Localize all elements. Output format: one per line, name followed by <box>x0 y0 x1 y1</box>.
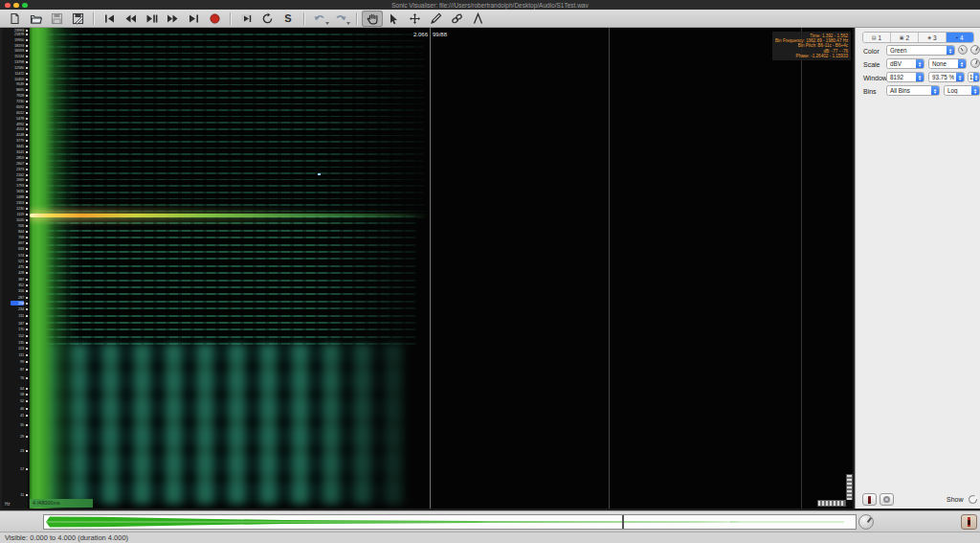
loop-playback-button[interactable] <box>256 11 278 27</box>
freq-tick-label: 844 <box>2 229 24 234</box>
freq-tick-mark <box>26 208 29 210</box>
freq-tick-mark <box>26 118 29 120</box>
color-gain-knob[interactable] <box>958 45 968 55</box>
undo-button[interactable] <box>309 11 330 27</box>
window-overlap-select[interactable]: 93.75 % ▲▼ <box>928 72 965 82</box>
bin-info-overlay: Time: 1.392 - 1.562Bin Frequency: 1962.8… <box>772 32 851 60</box>
freq-tick-label: 15134 <box>2 54 24 58</box>
bin-scale-select[interactable]: Log ▲▼ <box>944 85 980 96</box>
pane-tab-3[interactable]: ◈3 <box>919 33 947 42</box>
solo-playback-button[interactable]: S <box>278 11 299 27</box>
freq-tick-mark <box>26 124 29 125</box>
fast-forward-button[interactable] <box>162 11 183 27</box>
stepper-arrows-icon[interactable]: ▲▼ <box>956 73 964 81</box>
stepper-arrows-icon[interactable]: ▲▼ <box>916 59 924 68</box>
freq-tick-mark <box>26 323 29 325</box>
freq-tick-mark <box>26 231 29 233</box>
stepper-arrows-icon[interactable]: ▲▼ <box>973 73 979 81</box>
playback-cursor-line[interactable] <box>430 28 431 509</box>
save-session-as-button[interactable] <box>67 11 88 27</box>
freq-tick-mark <box>26 140 29 142</box>
main-toolbar: S <box>0 10 980 28</box>
rewind-to-start-button[interactable] <box>99 11 120 27</box>
constrain-playback-to-selection-button[interactable] <box>235 11 256 27</box>
freq-tick-mark <box>26 290 29 292</box>
freq-tick-mark <box>26 134 29 136</box>
spectrogram-pane[interactable]: 2.066 99/88 Time: 1.392 - 1.562Bin Frequ… <box>30 28 853 509</box>
color-select[interactable]: Green ▲▼ <box>886 45 955 56</box>
stepper-arrows-icon[interactable]: ▲▼ <box>971 86 979 95</box>
toolbar-separator <box>230 12 231 25</box>
stepper-arrows-icon[interactable]: ▲▼ <box>947 46 954 55</box>
toolbar-separator <box>303 12 304 25</box>
freq-tick-mark <box>26 179 29 181</box>
fast-forward-to-end-button[interactable] <box>183 11 204 27</box>
open-file-button[interactable] <box>25 11 46 27</box>
master-level-button[interactable] <box>961 514 977 530</box>
freq-tick-label: 1230 <box>2 206 24 211</box>
freq-tick-mark <box>26 214 29 215</box>
freq-tick-label: 46 <box>2 406 24 411</box>
frequency-axis-unit: Hz <box>5 502 11 507</box>
freq-tick-label: 3445 <box>2 144 24 148</box>
freq-tick-mark <box>26 95 29 97</box>
bins-select[interactable]: All Bins ▲▼ <box>886 85 940 96</box>
pane-tab-1[interactable]: ▤1 <box>863 33 891 42</box>
window-size-select[interactable]: 8192 ▲▼ <box>886 72 924 82</box>
save-session-button[interactable] <box>46 11 67 27</box>
record-button[interactable] <box>204 11 225 27</box>
freq-tick-label: 23 <box>2 448 24 453</box>
cursor-arrow-icon <box>388 12 400 25</box>
pane-settings-button[interactable] <box>880 493 894 506</box>
edit-tool-button[interactable] <box>404 11 425 27</box>
freq-tick-mark <box>26 79 29 80</box>
navigate-tool-button[interactable] <box>362 11 383 27</box>
stepper-arrows-icon[interactable]: ▲▼ <box>931 86 939 95</box>
pane-tab-4[interactable]: ▪4 <box>947 33 973 42</box>
freq-tick-label: 35 <box>2 422 24 427</box>
floppy-disk-edit-icon <box>72 12 84 25</box>
freq-tick-mark <box>26 45 29 47</box>
new-session-button[interactable] <box>4 11 25 27</box>
undo-menu-chevron-icon[interactable] <box>325 22 329 25</box>
horizontal-zoom-wheel[interactable] <box>817 500 846 507</box>
erase-tool-button[interactable] <box>446 11 467 27</box>
measure-tool-button[interactable] <box>467 11 488 27</box>
rewind-button[interactable] <box>120 11 141 27</box>
pane-tab-label: 4 <box>960 34 964 41</box>
draw-tool-button[interactable] <box>425 11 446 27</box>
freq-tick-label: 234 <box>2 306 24 311</box>
overview-waveform[interactable] <box>43 514 857 530</box>
level-meter-button[interactable] <box>862 493 877 506</box>
freq-tick-label: 2859 <box>2 155 24 160</box>
redo-menu-chevron-icon[interactable] <box>346 22 350 25</box>
color-rotation-knob[interactable] <box>970 45 980 55</box>
play-pause-button[interactable] <box>141 11 162 27</box>
freq-tick-label: 1488 <box>2 194 24 199</box>
chain-link-icon <box>451 12 463 25</box>
visible-range-text: Visible: 0.000 to 4.000 (duration 4.000) <box>5 533 128 542</box>
stepper-arrows-icon[interactable]: ▲▼ <box>958 59 966 68</box>
freq-tick-label: 7928 <box>2 93 24 98</box>
floppy-disk-icon <box>51 12 63 25</box>
new-document-icon <box>9 12 21 25</box>
pane-tab-2[interactable]: ▣2 <box>891 33 919 42</box>
select-tool-button[interactable] <box>383 11 404 27</box>
cursor-frame-label: 99/88 <box>433 32 447 37</box>
oversample-select[interactable]: 1x ▲▼ <box>968 72 980 82</box>
redo-button[interactable] <box>330 11 351 27</box>
freq-tick-mark <box>26 219 29 221</box>
freq-tick-label: 58 <box>2 392 24 396</box>
gear-icon <box>883 496 890 503</box>
freq-tick-mark <box>26 237 29 238</box>
scale-threshold-knob[interactable] <box>970 58 980 68</box>
freq-tick-mark <box>26 260 29 262</box>
show-dial[interactable] <box>969 495 977 504</box>
freq-tick-mark <box>26 151 29 153</box>
playback-speed-knob[interactable] <box>858 514 874 530</box>
normalization-select[interactable]: None ▲▼ <box>928 58 967 69</box>
freq-tick-label: 6592 <box>2 104 24 109</box>
frequency-axis[interactable]: Hz 2399321878199501819316593151341379812… <box>2 28 29 509</box>
stepper-arrows-icon[interactable]: ▲▼ <box>916 73 924 81</box>
scale-units-select[interactable]: dBV ▲▼ <box>886 58 924 69</box>
